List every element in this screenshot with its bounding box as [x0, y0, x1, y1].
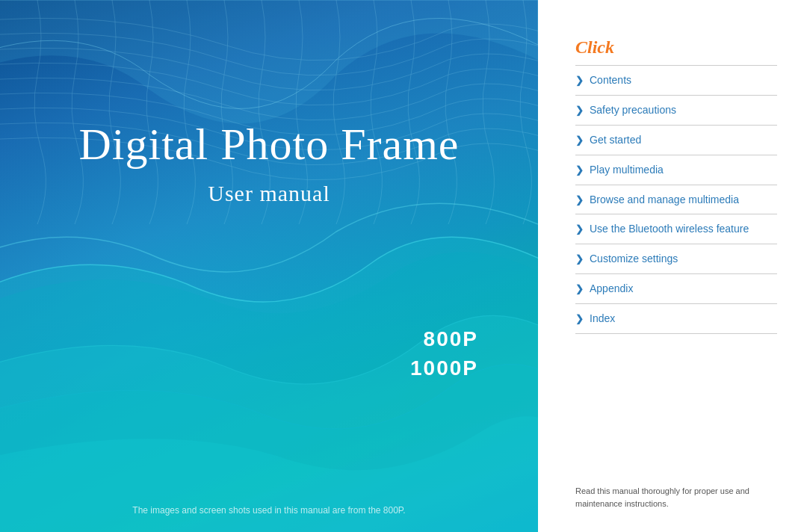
nav-item-text: Play multimedia	[590, 163, 664, 177]
nav-chevron-icon: ❯	[575, 313, 584, 324]
nav-chevron-icon: ❯	[575, 283, 584, 294]
nav-item-text: Customize settings	[590, 252, 678, 266]
disclaimer: The images and screen shots used in this…	[0, 505, 538, 516]
nav-item-text: Use the Bluetooth wireless feature	[590, 222, 749, 236]
nav-chevron-icon: ❯	[575, 194, 584, 205]
nav-chevron-icon: ❯	[575, 164, 584, 176]
nav-item-text: Browse and manage multimedia	[590, 193, 739, 207]
nav-item[interactable]: ❯Safety precautions	[575, 96, 777, 126]
nav-item-text: Appendix	[590, 282, 633, 296]
nav-chevron-icon: ❯	[575, 253, 584, 265]
model-1000p: 1000P	[410, 353, 478, 383]
left-content: Digital Photo Frame User manual	[0, 0, 538, 532]
nav-list: ❯Contents❯Safety precautions❯Get started…	[575, 66, 777, 473]
nav-item[interactable]: ❯Customize settings	[575, 244, 777, 274]
nav-item-text: Get started	[590, 133, 641, 147]
model-numbers: 800P 1000P	[410, 324, 478, 383]
nav-item[interactable]: ❯Index	[575, 304, 777, 334]
nav-chevron-icon: ❯	[575, 223, 584, 235]
nav-item[interactable]: ❯Contents	[575, 66, 777, 96]
nav-item[interactable]: ❯Get started	[575, 126, 777, 155]
nav-item-text: Index	[590, 312, 615, 326]
click-label: Click	[575, 37, 777, 58]
product-title: Digital Photo Frame	[79, 120, 460, 169]
model-800p: 800P	[410, 324, 478, 353]
nav-item[interactable]: ❯Appendix	[575, 274, 777, 304]
nav-chevron-icon: ❯	[575, 134, 584, 146]
nav-chevron-icon: ❯	[575, 105, 584, 116]
left-panel: Digital Photo Frame User manual 800P 100…	[0, 0, 538, 532]
nav-item-text: Safety precautions	[590, 103, 676, 117]
nav-item[interactable]: ❯Use the Bluetooth wireless feature	[575, 214, 777, 244]
nav-item[interactable]: ❯Browse and manage multimedia	[575, 185, 777, 215]
product-subtitle: User manual	[208, 181, 330, 206]
nav-item[interactable]: ❯Play multimedia	[575, 155, 777, 185]
right-panel: Click ❯Contents❯Safety precautions❯Get s…	[538, 0, 807, 532]
nav-item-text: Contents	[590, 73, 631, 87]
nav-chevron-icon: ❯	[575, 75, 584, 86]
footer-note: Read this manual thoroughly for proper u…	[575, 485, 777, 510]
